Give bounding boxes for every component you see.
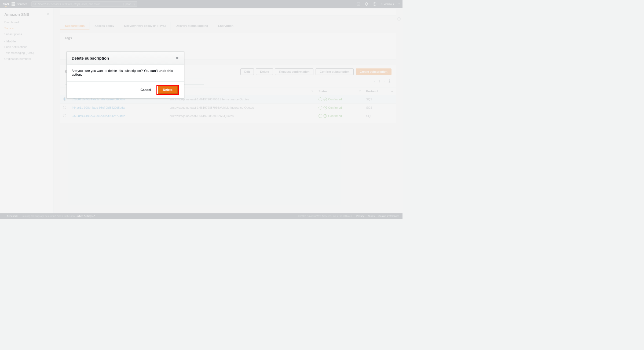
- modal-delete-button[interactable]: Delete: [158, 86, 178, 94]
- modal-cancel-button[interactable]: Cancel: [138, 86, 153, 93]
- modal-close-icon[interactable]: ✕: [175, 56, 179, 61]
- modal-body: Are you sure you want to delete this sub…: [67, 65, 184, 82]
- modal-overlay[interactable]: [0, 0, 402, 219]
- tutorial-highlight: Delete: [156, 85, 179, 95]
- delete-subscription-modal: Delete subscription ✕ Are you sure you w…: [67, 52, 184, 99]
- modal-title: Delete subscription: [72, 56, 109, 60]
